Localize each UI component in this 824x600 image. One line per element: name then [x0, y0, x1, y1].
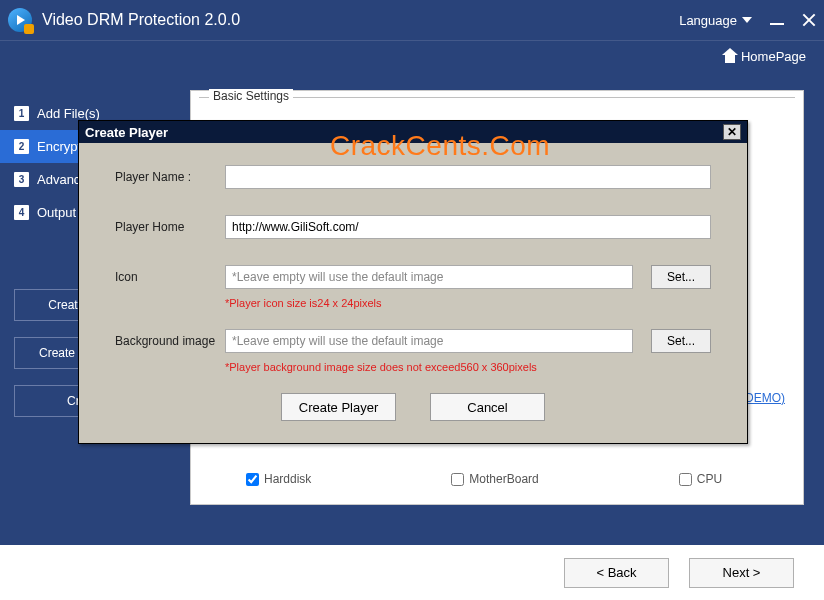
titlebar: Video DRM Protection 2.0.0 Language [0, 0, 824, 40]
dialog-close-button[interactable]: ✕ [723, 124, 741, 140]
icon-hint: *Player icon size is24 x 24pixels [225, 297, 711, 309]
language-dropdown[interactable]: Language [679, 13, 752, 28]
home-icon [723, 51, 737, 63]
minimize-icon [770, 23, 784, 25]
footer: < Back Next > [0, 545, 824, 600]
chevron-down-icon [742, 17, 752, 23]
language-label: Language [679, 13, 737, 28]
bg-label: Background image [115, 334, 225, 348]
next-button[interactable]: Next > [689, 558, 794, 588]
app-title: Video DRM Protection 2.0.0 [42, 11, 240, 29]
player-home-input[interactable] [225, 215, 711, 239]
bg-input[interactable] [225, 329, 633, 353]
cpu-check[interactable]: CPU [679, 472, 722, 486]
app-icon [8, 8, 32, 32]
icon-input[interactable] [225, 265, 633, 289]
icon-label: Icon [115, 270, 225, 284]
bg-set-button[interactable]: Set... [651, 329, 711, 353]
create-player-button[interactable]: Create Player [281, 393, 396, 421]
close-icon [802, 13, 816, 27]
section-label: Basic Settings [209, 89, 293, 103]
icon-set-button[interactable]: Set... [651, 265, 711, 289]
create-player-dialog: Create Player ✕ Player Name : Player Hom… [78, 120, 748, 444]
motherboard-check[interactable]: MotherBoard [451, 472, 538, 486]
minimize-button[interactable] [770, 15, 784, 25]
dialog-titlebar: Create Player ✕ [79, 121, 747, 143]
player-name-label: Player Name : [115, 170, 225, 184]
dialog-title: Create Player [85, 125, 168, 140]
linkbar: HomePage [0, 40, 824, 72]
harddisk-check[interactable]: Harddisk [246, 472, 311, 486]
player-home-label: Player Home [115, 220, 225, 234]
back-button[interactable]: < Back [564, 558, 669, 588]
homepage-label: HomePage [741, 49, 806, 64]
bg-hint: *Player background image size does not e… [225, 361, 711, 373]
close-button[interactable] [802, 13, 816, 27]
cancel-button[interactable]: Cancel [430, 393, 545, 421]
homepage-link[interactable]: HomePage [723, 49, 806, 64]
player-name-input[interactable] [225, 165, 711, 189]
